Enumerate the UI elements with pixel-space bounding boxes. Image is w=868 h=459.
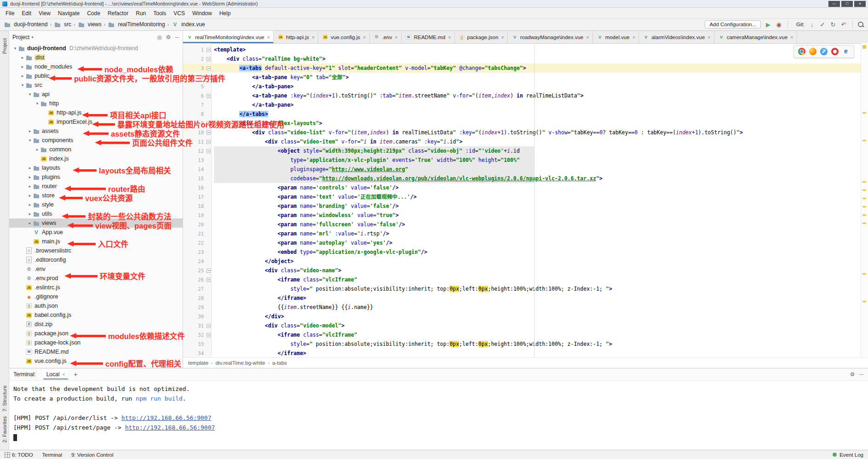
line-number[interactable]: 20 (183, 220, 204, 229)
chevron-right-icon[interactable]: ▸ (34, 147, 40, 152)
menu-edit[interactable]: Edit (18, 10, 35, 17)
chevron-down-icon[interactable]: ▾ (27, 92, 33, 97)
chevron-right-icon[interactable]: ▸ (20, 55, 25, 60)
fold-marker-icon[interactable] (207, 57, 211, 61)
hide-panel-icon[interactable]: ─ (175, 34, 179, 40)
chevron-right-icon[interactable]: ▸ (27, 212, 33, 216)
line-number[interactable]: 34 (183, 349, 204, 358)
fold-marker-icon[interactable] (207, 48, 211, 52)
editor-tab-package-json[interactable]: package.json× (455, 31, 508, 43)
menu-help[interactable]: Help (216, 10, 235, 17)
chevron-down-icon[interactable]: ▾ (27, 138, 33, 143)
breadcrumb-item-views[interactable]: views (78, 21, 102, 28)
tree-item-http[interactable]: ▾http (9, 99, 183, 108)
play-icon[interactable]: ▶ (764, 20, 772, 29)
line-number[interactable]: 13 (183, 155, 204, 165)
tree-item-common[interactable]: ▸common (9, 145, 183, 154)
firefox-icon[interactable] (809, 48, 816, 55)
chevron-right-icon[interactable]: ▸ (27, 221, 33, 225)
tree-item-views[interactable]: ▸views (9, 218, 183, 228)
editor-scrollbar[interactable] (861, 43, 868, 358)
line-number[interactable]: 5 (183, 82, 204, 91)
line-number[interactable]: 10 (183, 128, 204, 137)
breadcrumb-item-index-vue[interactable]: index.vue (171, 21, 205, 28)
tree-item-utils[interactable]: ▸utils (9, 209, 183, 218)
edge-icon[interactable] (842, 48, 850, 55)
update-icon[interactable]: ↓ (808, 20, 816, 29)
close-icon[interactable]: × (395, 34, 397, 40)
line-number[interactable]: 22 (183, 238, 204, 247)
line-number[interactable]: 15 (183, 174, 204, 183)
editor-tab-realtimemonitoring-index-vue[interactable]: realTimeMonitoring\index.vue× (183, 31, 274, 43)
line-number[interactable]: 11 (183, 137, 204, 146)
editor-tab-model-vue[interactable]: model.vue× (593, 31, 639, 43)
line-number[interactable]: 23 (183, 247, 204, 257)
line-number[interactable]: 3 (183, 63, 204, 73)
terminal-tab-local[interactable]: Local× (43, 369, 69, 379)
line-number[interactable]: 30 (183, 312, 204, 321)
chevron-down-icon[interactable]: ▾ (34, 101, 40, 106)
menu-navigate[interactable]: Navigate (54, 10, 83, 17)
tree-item-duoji-frontend[interactable]: ▾duoji-frontendD:\zheheWeb\duoji-fronten… (9, 44, 183, 53)
close-icon[interactable]: × (267, 34, 270, 40)
minimize-button[interactable]: — (828, 1, 840, 7)
status-6-todo[interactable]: 6: TODO (12, 452, 33, 458)
line-number[interactable]: 28 (183, 293, 204, 303)
terminal-link[interactable]: http://192.168.66.56:9007 (125, 424, 215, 431)
tree-item-env[interactable]: .env (9, 264, 183, 274)
breadcrumb-item-realtimemonitoring[interactable]: realTimeMonitoring (108, 21, 165, 28)
line-number[interactable]: 27 (183, 284, 204, 293)
menu-code[interactable]: Code (83, 10, 104, 17)
opera-icon[interactable] (831, 48, 839, 55)
chevron-right-icon[interactable]: ▸ (27, 175, 33, 179)
fold-marker-icon[interactable] (207, 66, 211, 70)
hide-panel-icon[interactable]: ─ (859, 371, 863, 378)
line-number[interactable]: 31 (183, 321, 204, 330)
tree-item-dist[interactable]: ▸dist (9, 53, 183, 62)
tree-item-node-modules[interactable]: ▸node_modules (9, 62, 183, 71)
tree-item-editorconfig[interactable]: .editorconfig (9, 255, 183, 264)
terminal-output[interactable]: Note that the development build is not o… (9, 380, 868, 450)
close-icon[interactable]: × (707, 34, 710, 40)
line-number[interactable]: 9 (183, 119, 204, 128)
chevron-right-icon[interactable]: ▸ (20, 74, 25, 78)
line-number[interactable]: 24 (183, 257, 204, 266)
line-number[interactable]: 17 (183, 192, 204, 201)
tree-item-router[interactable]: ▸router (9, 182, 183, 191)
menu-run[interactable]: Run (132, 10, 149, 17)
tree-item-gitignore[interactable]: .gitignore (9, 292, 183, 301)
tree-item-main-js[interactable]: main.js (9, 237, 183, 246)
refresh-icon[interactable]: ↻ (829, 20, 837, 29)
line-number[interactable]: 33 (183, 339, 204, 349)
editor-tab-http-api-js[interactable]: http-api.js× (274, 31, 318, 43)
editor-tab-readme-md[interactable]: README.md× (402, 31, 455, 43)
line-number[interactable]: 1 (183, 45, 204, 54)
tree-item-importexcel-js[interactable]: importExcel.js (9, 117, 183, 126)
tree-item-dist-zip[interactable]: dist.zip (9, 320, 183, 329)
editor-tab-cameramanage-index-vue[interactable]: cameraManage\index.vue× (714, 31, 797, 43)
line-number[interactable]: 8 (183, 109, 204, 119)
editor-tab-env[interactable]: .env× (370, 31, 402, 43)
line-number[interactable]: 12 (183, 146, 204, 155)
chevron-right-icon[interactable]: ▸ (27, 166, 33, 170)
new-terminal-session-button[interactable]: + (74, 371, 77, 378)
tree-item-layouts[interactable]: ▸layouts (9, 163, 183, 172)
close-icon[interactable]: × (448, 34, 451, 40)
tree-item-components[interactable]: ▾components (9, 136, 183, 145)
close-icon[interactable]: × (312, 34, 315, 40)
menu-window[interactable]: Window (189, 10, 216, 17)
breadcrumb-tag-template[interactable]: template (188, 360, 208, 366)
breadcrumb-item-src[interactable]: src (54, 21, 71, 28)
line-number[interactable]: 21 (183, 229, 204, 238)
tree-item-public[interactable]: ▸public (9, 71, 183, 80)
revert-icon[interactable]: ↶ (839, 20, 848, 29)
fold-marker-icon[interactable] (207, 121, 211, 126)
code-editor[interactable]: 1<template>2 <div class="realTime bg-whi… (183, 43, 861, 358)
breadcrumb-tag-div-realtime-bg-white[interactable]: div.realTime.bg-white (215, 360, 265, 366)
chevron-down-icon[interactable]: ▾ (12, 46, 18, 51)
tree-item-package-lock-json[interactable]: package-lock.json (9, 338, 183, 347)
tree-item-eslintrc-js[interactable]: .eslintrc.js (9, 283, 183, 292)
status-9-version-control[interactable]: 9: Version Control (71, 452, 113, 458)
line-number[interactable]: 7 (183, 100, 204, 109)
fold-marker-icon[interactable] (207, 94, 211, 98)
